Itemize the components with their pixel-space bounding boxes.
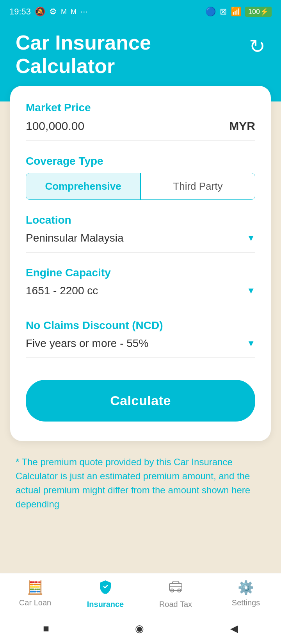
market-price-row: 100,000.00 MYR [26, 119, 255, 141]
market-price-section: Market Price 100,000.00 MYR [26, 101, 255, 141]
time-display: 19:53 [9, 7, 31, 17]
nav-item-car-loan[interactable]: 🧮 Car Loan [0, 580, 70, 609]
nav-item-settings[interactable]: ⚙️ Settings [211, 580, 281, 609]
market-price-label: Market Price [26, 101, 255, 114]
insurance-icon [98, 580, 112, 597]
coverage-type-section: Coverage Type Comprehensive Third Party [26, 155, 255, 200]
comprehensive-button[interactable]: Comprehensive [26, 173, 140, 199]
refresh-button[interactable]: ↻ [249, 35, 265, 58]
engine-capacity-arrow-icon: ▼ [247, 286, 255, 296]
engine-capacity-label: Engine Capacity [26, 267, 255, 279]
location-section: Location Peninsular Malaysia ▼ [26, 214, 255, 253]
silent-icon: 🔕 [35, 7, 45, 17]
calculate-button[interactable]: Calculate [26, 380, 255, 422]
currency-label: MYR [229, 119, 255, 133]
coverage-toggle: Comprehensive Third Party [26, 173, 255, 200]
road-tax-icon [169, 580, 183, 597]
insurance-label: Insurance [87, 600, 124, 609]
signal-icon: ⊠ [220, 7, 227, 17]
location-label: Location [26, 214, 255, 226]
wifi-icon: 📶 [231, 7, 241, 17]
settings-label: Settings [232, 598, 260, 607]
more-icon: ··· [80, 7, 87, 17]
settings-icon: ⚙️ [238, 580, 254, 595]
car-loan-icon: 🧮 [27, 580, 43, 595]
location-arrow-icon: ▼ [247, 233, 255, 243]
nav-item-insurance[interactable]: Insurance [70, 580, 140, 609]
engine-capacity-section: Engine Capacity 1651 - 2200 cc ▼ [26, 267, 255, 305]
coverage-type-label: Coverage Type [26, 155, 255, 167]
nav-item-road-tax[interactable]: Road Tax [140, 580, 211, 609]
location-value: Peninsular Malaysia [26, 232, 124, 244]
ncd-section: No Claims Discount (NCD) Five years or m… [26, 319, 255, 358]
status-left: 19:53 🔕 ⚙ M M ··· [9, 7, 87, 17]
gmail-icon1: M [61, 8, 67, 16]
disclaimer-text: * The premium quote provided by this Car… [16, 455, 265, 511]
engine-capacity-dropdown[interactable]: 1651 - 2200 cc ▼ [26, 285, 255, 305]
android-circle-button[interactable]: ◉ [135, 623, 144, 635]
location-dropdown[interactable]: Peninsular Malaysia ▼ [26, 232, 255, 253]
android-nav-bar: ■ ◉ ◀ [0, 613, 281, 644]
engine-capacity-value: 1651 - 2200 cc [26, 285, 98, 297]
car-loan-label: Car Loan [19, 598, 51, 607]
ncd-arrow-icon: ▼ [247, 338, 255, 349]
battery-icon: 100⚡ [245, 7, 272, 17]
app-title: Car Insurance Calculator [16, 31, 151, 78]
settings-status-icon: ⚙ [49, 7, 57, 17]
gmail-icon2: M [71, 8, 76, 16]
status-bar: 19:53 🔕 ⚙ M M ··· 🔵 ⊠ 📶 100⚡ [0, 0, 281, 23]
status-right: 🔵 ⊠ 📶 100⚡ [205, 7, 272, 17]
bluetooth-icon: 🔵 [205, 7, 216, 17]
main-card: Market Price 100,000.00 MYR Coverage Typ… [10, 86, 271, 441]
ncd-label: No Claims Discount (NCD) [26, 319, 255, 332]
ncd-dropdown[interactable]: Five years or more - 55% ▼ [26, 337, 255, 358]
ncd-value: Five years or more - 55% [26, 337, 148, 350]
market-price-value[interactable]: 100,000.00 [26, 119, 84, 133]
road-tax-label: Road Tax [159, 600, 192, 609]
android-back-button[interactable]: ◀ [230, 623, 238, 635]
third-party-button[interactable]: Third Party [141, 173, 255, 199]
bottom-navigation: 🧮 Car Loan Insurance Road Tax ⚙️ Setting… [0, 573, 281, 613]
android-square-button[interactable]: ■ [43, 623, 49, 635]
